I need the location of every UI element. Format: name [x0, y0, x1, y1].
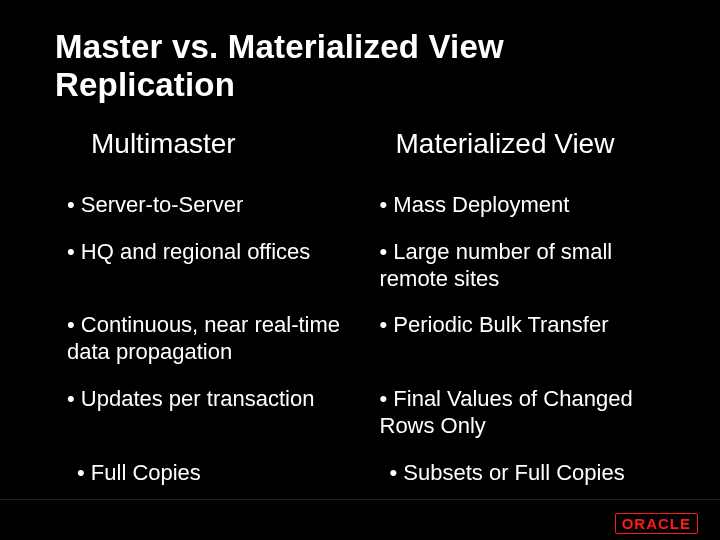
table-row: • Server-to-Server • Mass Deployment	[55, 182, 680, 229]
cell-right: • Periodic Bulk Transfer	[368, 302, 681, 376]
footer-divider	[0, 499, 720, 500]
cell-right: • Final Values of Changed Rows Only	[368, 376, 681, 450]
slide: Master vs. Materialized View Replication…	[0, 0, 720, 540]
cell-left: • Updates per transaction	[55, 376, 368, 450]
table-row: • Full Copies • Subsets or Full Copies	[55, 450, 680, 497]
cell-left: • HQ and regional offices	[55, 229, 368, 303]
table-row: • HQ and regional offices • Large number…	[55, 229, 680, 303]
slide-title: Master vs. Materialized View Replication	[55, 28, 680, 104]
column-header-right: Materialized View	[368, 128, 681, 160]
cell-left: • Server-to-Server	[55, 182, 368, 229]
column-headers-row: Multimaster Materialized View	[55, 128, 680, 182]
oracle-logo: ORACLE	[615, 513, 698, 534]
cell-left: • Full Copies	[55, 450, 368, 497]
column-left: Multimaster	[55, 128, 368, 182]
cell-right: • Subsets or Full Copies	[368, 450, 681, 497]
cell-left: • Continuous, near real-time data propag…	[55, 302, 368, 376]
cell-right: • Mass Deployment	[368, 182, 681, 229]
table-row: • Continuous, near real-time data propag…	[55, 302, 680, 376]
table-row: • Updates per transaction • Final Values…	[55, 376, 680, 450]
footer: ORACLE	[615, 513, 698, 534]
column-right: Materialized View	[368, 128, 681, 182]
column-header-left: Multimaster	[55, 128, 368, 160]
cell-right: • Large number of small remote sites	[368, 229, 681, 303]
